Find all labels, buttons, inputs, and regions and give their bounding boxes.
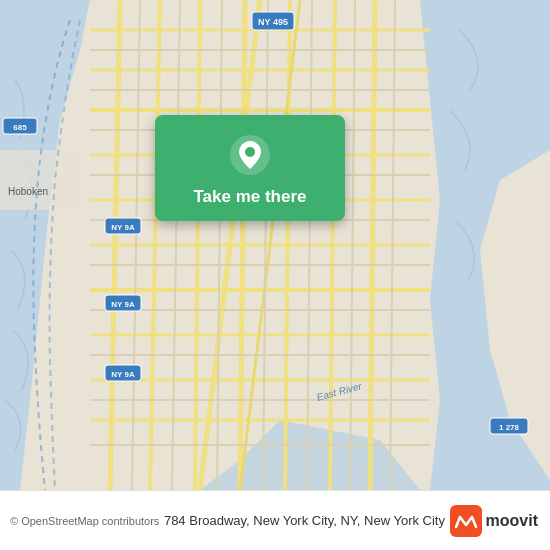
svg-text:1 278: 1 278 xyxy=(499,423,520,432)
moovit-text: moovit xyxy=(486,512,538,530)
moovit-icon xyxy=(450,505,482,537)
moovit-logo: moovit xyxy=(450,505,538,537)
svg-text:NY 9A: NY 9A xyxy=(111,370,135,379)
action-card: Take me there xyxy=(155,115,345,221)
location-pin-icon xyxy=(228,133,272,177)
svg-text:NY 495: NY 495 xyxy=(258,17,288,27)
svg-text:NY 9A: NY 9A xyxy=(111,300,135,309)
attribution: © OpenStreetMap contributors xyxy=(10,515,159,527)
bottom-bar: © OpenStreetMap contributors 784 Broadwa… xyxy=(0,490,550,550)
svg-point-51 xyxy=(245,147,255,157)
address-display: 784 Broadway, New York City, NY, New Yor… xyxy=(159,513,449,528)
map-view: NY 495 NY 9A NY 9A NY 9A 685 1 278 East … xyxy=(0,0,550,490)
svg-rect-52 xyxy=(450,505,482,537)
attribution-text: © OpenStreetMap contributors xyxy=(10,515,159,527)
svg-text:Hoboken: Hoboken xyxy=(8,186,48,197)
svg-rect-35 xyxy=(0,150,85,210)
take-me-there-button[interactable]: Take me there xyxy=(193,187,306,207)
svg-text:685: 685 xyxy=(13,123,27,132)
svg-text:NY 9A: NY 9A xyxy=(111,223,135,232)
